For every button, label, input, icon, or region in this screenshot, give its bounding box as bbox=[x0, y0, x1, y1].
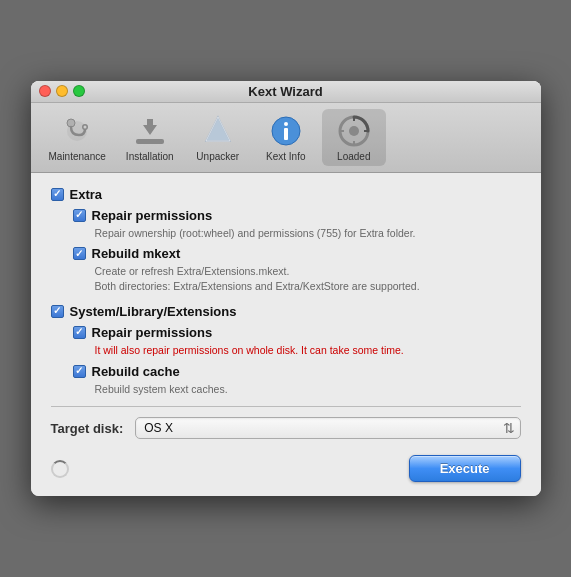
target-disk-select[interactable]: OS X bbox=[135, 417, 520, 439]
svg-point-10 bbox=[349, 126, 359, 136]
maintenance-icon bbox=[59, 113, 95, 149]
svg-rect-8 bbox=[284, 128, 288, 140]
repair-permissions-sle-desc-text: It will also repair permissions on whole… bbox=[95, 344, 404, 356]
repair-permissions-sle-checkbox[interactable] bbox=[73, 326, 86, 339]
rebuild-mkext-checkbox[interactable] bbox=[73, 247, 86, 260]
toolbar-item-kext-info[interactable]: Kext Info bbox=[254, 109, 318, 166]
target-disk-label: Target disk: bbox=[51, 421, 124, 436]
rebuild-mkext-row: Rebuild mkext bbox=[73, 246, 521, 261]
window-title: Kext Wizard bbox=[248, 84, 322, 99]
main-window: Kext Wizard Maintenance bbox=[31, 81, 541, 496]
kext-info-icon bbox=[268, 113, 304, 149]
repair-permissions-extra-label: Repair permissions bbox=[92, 208, 213, 223]
bottom-row: Execute bbox=[51, 451, 521, 482]
sle-section-title: System/Library/Extensions bbox=[70, 304, 237, 319]
rebuild-mkext-desc-line2: Both directories: Extra/Extensions and E… bbox=[95, 280, 420, 292]
rebuild-cache-checkbox[interactable] bbox=[73, 365, 86, 378]
svg-point-3 bbox=[84, 125, 87, 128]
repair-permissions-extra-checkbox[interactable] bbox=[73, 209, 86, 222]
extra-section-title: Extra bbox=[70, 187, 103, 202]
rebuild-mkext-desc-line1: Create or refresh Extra/Extensions.mkext… bbox=[95, 265, 290, 277]
maximize-button[interactable] bbox=[73, 85, 85, 97]
loaded-icon bbox=[336, 113, 372, 149]
minimize-button[interactable] bbox=[56, 85, 68, 97]
divider bbox=[51, 406, 521, 407]
target-disk-select-wrapper: OS X ⇅ bbox=[135, 417, 520, 439]
svg-rect-4 bbox=[136, 139, 164, 144]
toolbar-item-maintenance[interactable]: Maintenance bbox=[41, 109, 114, 166]
repair-permissions-sle-label: Repair permissions bbox=[92, 325, 213, 340]
content-area: Extra Repair permissions Repair ownershi… bbox=[31, 173, 541, 496]
rebuild-mkext-desc: Create or refresh Extra/Extensions.mkext… bbox=[95, 264, 521, 293]
extra-section-header: Extra bbox=[51, 187, 521, 202]
svg-point-7 bbox=[284, 122, 288, 126]
sle-section: System/Library/Extensions Repair permiss… bbox=[51, 304, 521, 396]
sle-section-header: System/Library/Extensions bbox=[51, 304, 521, 319]
extra-subsections: Repair permissions Repair ownership (roo… bbox=[73, 208, 521, 294]
extra-checkbox[interactable] bbox=[51, 188, 64, 201]
execute-button[interactable]: Execute bbox=[409, 455, 521, 482]
repair-permissions-sle-row: Repair permissions bbox=[73, 325, 521, 340]
toolbar-kext-info-label: Kext Info bbox=[266, 151, 305, 162]
toolbar-item-installation[interactable]: Installation bbox=[118, 109, 182, 166]
sle-checkbox[interactable] bbox=[51, 305, 64, 318]
repair-permissions-extra-row: Repair permissions bbox=[73, 208, 521, 223]
toolbar-unpacker-label: Unpacker bbox=[196, 151, 239, 162]
close-button[interactable] bbox=[39, 85, 51, 97]
rebuild-mkext-label: Rebuild mkext bbox=[92, 246, 181, 261]
sle-subsections: Repair permissions It will also repair p… bbox=[73, 325, 521, 396]
rebuild-cache-row: Rebuild cache bbox=[73, 364, 521, 379]
titlebar: Kext Wizard bbox=[31, 81, 541, 103]
repair-permissions-extra-desc: Repair ownership (root:wheel) and permis… bbox=[95, 226, 521, 241]
traffic-lights bbox=[39, 85, 85, 97]
rebuild-cache-desc: Rebuild system kext caches. bbox=[95, 382, 521, 397]
installation-icon bbox=[132, 113, 168, 149]
toolbar-loaded-label: Loaded bbox=[337, 151, 370, 162]
target-disk-row: Target disk: OS X ⇅ bbox=[51, 417, 521, 439]
extra-section: Extra Repair permissions Repair ownershi… bbox=[51, 187, 521, 294]
unpacker-icon bbox=[200, 113, 236, 149]
repair-permissions-sle-desc: It will also repair permissions on whole… bbox=[95, 343, 521, 358]
toolbar: Maintenance Installation Unpacker bbox=[31, 103, 541, 173]
rebuild-cache-label: Rebuild cache bbox=[92, 364, 180, 379]
toolbar-item-unpacker[interactable]: Unpacker bbox=[186, 109, 250, 166]
toolbar-item-loaded[interactable]: Loaded bbox=[322, 109, 386, 166]
toolbar-maintenance-label: Maintenance bbox=[49, 151, 106, 162]
toolbar-installation-label: Installation bbox=[126, 151, 174, 162]
loading-spinner bbox=[51, 460, 69, 478]
svg-marker-5 bbox=[143, 119, 157, 135]
